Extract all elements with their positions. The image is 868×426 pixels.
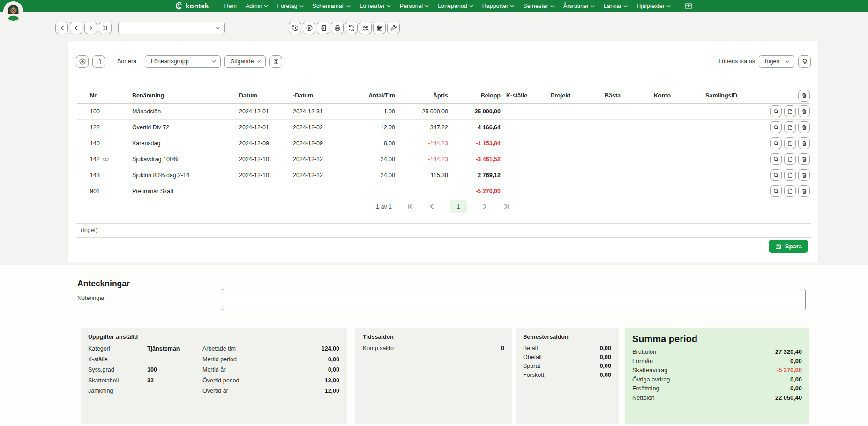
copy-row-button[interactable]: [784, 121, 796, 133]
kv-label: Sparat: [523, 363, 600, 369]
copy-doc-icon: [787, 140, 793, 147]
chevron-down-icon: [264, 5, 268, 7]
save-button[interactable]: Spara: [769, 240, 808, 253]
inspect-row-button[interactable]: [770, 153, 782, 165]
pagination-prev-button[interactable]: [428, 202, 436, 210]
copy-row-button[interactable]: [784, 169, 796, 181]
delete-all-rows-button[interactable]: [798, 90, 810, 102]
copy-row-button[interactable]: [784, 153, 796, 165]
inspect-row-button[interactable]: [770, 137, 782, 149]
kontek-logo[interactable]: kontek: [175, 2, 209, 10]
menu-item-admin[interactable]: Admin: [246, 3, 268, 9]
calendar-button[interactable]: [373, 22, 386, 34]
copy-doc-icon: [787, 108, 793, 115]
anteckningar-heading: Anteckningar: [77, 279, 130, 289]
menu-item-loneperiod[interactable]: Löneperiod: [438, 3, 473, 9]
kv-label: K-ställe: [88, 356, 147, 363]
wage-row-143[interactable]: 143 Sjuklön 80% dag 2-14 2024-12-10 2024…: [77, 167, 810, 183]
delete-row-button[interactable]: [798, 185, 810, 197]
sort-field-value: Löneartsgrupp: [151, 58, 189, 65]
lonens-status-value: Ingen: [765, 58, 779, 65]
menu-item-personal[interactable]: Personal: [400, 3, 429, 9]
inspect-row-button[interactable]: [770, 105, 782, 117]
row-number: 122: [90, 124, 100, 131]
history-button[interactable]: [289, 22, 301, 34]
wage-row-140[interactable]: 140 Karensdag 2024-12-09 2024-12-09 8,00…: [77, 135, 810, 151]
inspect-row-button[interactable]: [770, 169, 782, 181]
pagination-first-button[interactable]: [406, 202, 414, 210]
header-datum: Datum: [235, 92, 289, 99]
sort-direction-select[interactable]: Stigande: [224, 55, 266, 68]
inspect-row-button[interactable]: [770, 185, 782, 197]
contact-envelope-button[interactable]: [684, 2, 693, 9]
menu-item-schemamall[interactable]: Schemamall: [313, 3, 351, 9]
wage-row-142[interactable]: 142 Sjukavdrag 100% 2024-12-10 2024-12-1…: [77, 151, 810, 167]
menu-label: Lönearter: [359, 3, 385, 9]
new-document-button[interactable]: [92, 55, 105, 68]
add-row-button[interactable]: [76, 55, 89, 68]
kv-value: 12,00: [277, 377, 339, 384]
copy-row-button[interactable]: [784, 105, 796, 117]
menu-item-arsrutiner[interactable]: Årsrutiner: [563, 3, 595, 9]
menu-item-hjalptexter[interactable]: Hjälptexter: [636, 3, 671, 9]
kv-value: 32: [147, 377, 202, 384]
kv-value: 12,00: [277, 387, 339, 395]
cell-nr: 143: [77, 172, 132, 179]
delete-row-button[interactable]: [798, 121, 810, 133]
previous-record-button[interactable]: [70, 22, 82, 34]
refresh-button[interactable]: [345, 22, 358, 34]
lonens-status-select[interactable]: Ingen: [759, 55, 794, 68]
delete-row-button[interactable]: [798, 169, 810, 181]
document-toolbar: F: [289, 22, 400, 34]
page-1-button[interactable]: 1: [450, 200, 467, 213]
wage-row-122[interactable]: 122 Övertid Div 72 2024-12-01 2024-12-02…: [77, 120, 810, 135]
lightbulb-icon: [801, 58, 808, 65]
first-record-button[interactable]: [55, 22, 68, 34]
wrench-icon: [390, 24, 397, 32]
search-icon: [773, 172, 779, 179]
kv-value: 100: [147, 366, 202, 374]
panel-tidssaldon: Tidssaldon Komp.saldo 0: [355, 328, 512, 424]
trash-icon: [801, 140, 808, 147]
pagination-next-button[interactable]: [481, 202, 489, 210]
employee-select[interactable]: [118, 22, 225, 34]
cell-antal: 1,00: [350, 108, 397, 115]
user-avatar[interactable]: [4, 2, 22, 21]
menu-label: Personal: [400, 3, 423, 9]
sort-field-select[interactable]: Löneartsgrupp: [145, 55, 221, 68]
settings-button[interactable]: [387, 22, 400, 34]
menu-item-rapporter[interactable]: Rapporter: [482, 3, 515, 9]
wage-row-100[interactable]: 100 Månadslön 2024-12-01 2024-12-31 1,00…: [77, 104, 810, 120]
delete-row-button[interactable]: [798, 153, 810, 165]
cell-apris: -144,23: [397, 140, 450, 147]
employees-button[interactable]: [359, 22, 372, 34]
last-record-button[interactable]: [99, 22, 112, 34]
first-page-icon: [406, 202, 414, 210]
cell-datum: 2024-12-10: [235, 172, 289, 179]
pagination-last-button[interactable]: [503, 202, 511, 210]
chevron-down-icon: [256, 60, 261, 63]
cell-antal: 24,00: [350, 172, 397, 179]
delete-row-button[interactable]: [798, 105, 810, 117]
kv-value: 0,00: [277, 366, 339, 374]
next-record-button[interactable]: [84, 22, 97, 34]
noteringar-input[interactable]: [222, 289, 806, 310]
kv-label: Mertid period: [202, 356, 277, 363]
menu-item-foretag[interactable]: Företag: [277, 3, 303, 9]
fit-rows-button[interactable]: [269, 55, 282, 68]
print-button[interactable]: [331, 22, 344, 34]
copy-row-button[interactable]: [784, 185, 796, 197]
menu-item-semester[interactable]: Semester: [523, 3, 554, 9]
import-document-button[interactable]: [317, 22, 329, 34]
menu-item-hem[interactable]: Hem: [224, 3, 237, 9]
inspect-row-button[interactable]: [770, 121, 782, 133]
copy-row-button[interactable]: [784, 137, 796, 149]
hint-button[interactable]: [798, 55, 811, 68]
menu-item-lankar[interactable]: Länkar: [604, 3, 628, 9]
f-circle-button[interactable]: F: [303, 22, 315, 34]
delete-row-button[interactable]: [798, 137, 810, 149]
wage-row-901[interactable]: 901 Preliminär Skatt -5 270,00: [77, 183, 810, 199]
menu-label: Hjälptexter: [636, 3, 665, 9]
menu-item-lonearter[interactable]: Lönearter: [359, 3, 391, 9]
cell-datum: 2024-12-01: [235, 108, 289, 115]
